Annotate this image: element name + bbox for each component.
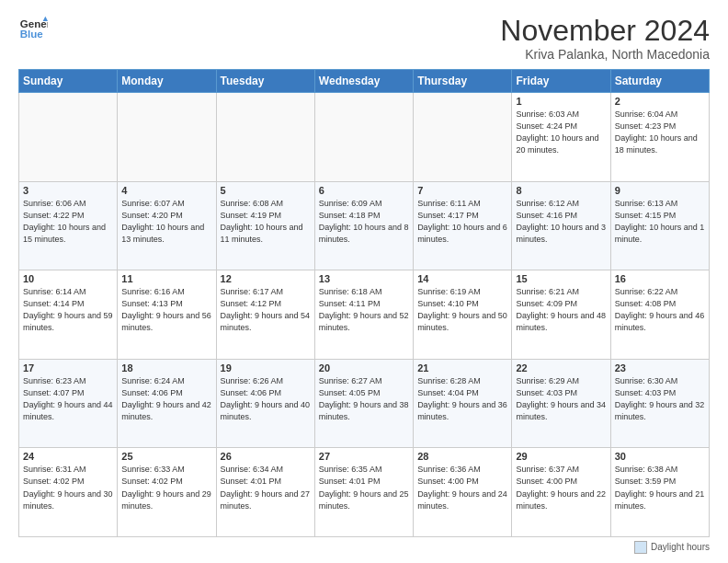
calendar-cell: 26Sunrise: 6:34 AM Sunset: 4:01 PM Dayli…	[216, 448, 314, 537]
calendar-header-row: SundayMondayTuesdayWednesdayThursdayFrid…	[19, 70, 710, 93]
day-number: 17	[23, 362, 113, 373]
day-number: 9	[615, 185, 705, 196]
calendar-cell: 30Sunrise: 6:38 AM Sunset: 3:59 PM Dayli…	[610, 448, 709, 537]
calendar-week-row: 1Sunrise: 6:03 AM Sunset: 4:24 PM Daylig…	[19, 93, 710, 182]
location-subtitle: Kriva Palanka, North Macedonia	[500, 47, 710, 62]
day-info: Sunrise: 6:18 AM Sunset: 4:11 PM Dayligh…	[319, 286, 409, 334]
day-number: 26	[221, 451, 311, 462]
day-number: 19	[221, 362, 311, 373]
calendar-cell: 9Sunrise: 6:13 AM Sunset: 4:15 PM Daylig…	[610, 181, 709, 270]
day-number: 3	[23, 185, 113, 196]
header: General Blue November 2024 Kriva Palanka…	[18, 15, 710, 62]
calendar-cell: 19Sunrise: 6:26 AM Sunset: 4:06 PM Dayli…	[216, 359, 314, 448]
day-number: 11	[121, 273, 211, 284]
page: General Blue November 2024 Kriva Palanka…	[0, 0, 728, 563]
day-number: 30	[615, 451, 705, 462]
day-number: 27	[319, 451, 409, 462]
day-info: Sunrise: 6:36 AM Sunset: 4:00 PM Dayligh…	[417, 464, 507, 511]
calendar-cell: 6Sunrise: 6:09 AM Sunset: 4:18 PM Daylig…	[314, 181, 413, 270]
calendar-cell: 1Sunrise: 6:03 AM Sunset: 4:24 PM Daylig…	[512, 93, 610, 182]
calendar-cell: 25Sunrise: 6:33 AM Sunset: 4:02 PM Dayli…	[118, 448, 216, 537]
day-info: Sunrise: 6:27 AM Sunset: 4:05 PM Dayligh…	[319, 375, 409, 423]
day-info: Sunrise: 6:07 AM Sunset: 4:20 PM Dayligh…	[121, 198, 211, 246]
logo: General Blue	[18, 15, 48, 44]
daylight-label: Daylight hours	[634, 541, 710, 554]
calendar-cell	[118, 93, 216, 182]
day-number: 10	[23, 273, 113, 284]
calendar-week-row: 10Sunrise: 6:14 AM Sunset: 4:14 PM Dayli…	[19, 270, 710, 360]
calendar-cell: 3Sunrise: 6:06 AM Sunset: 4:22 PM Daylig…	[19, 181, 118, 270]
month-title: November 2024	[500, 15, 710, 47]
calendar-cell: 7Sunrise: 6:11 AM Sunset: 4:17 PM Daylig…	[414, 181, 512, 270]
calendar-cell: 17Sunrise: 6:23 AM Sunset: 4:07 PM Dayli…	[19, 359, 118, 448]
calendar-cell	[19, 93, 118, 182]
day-info: Sunrise: 6:19 AM Sunset: 4:10 PM Dayligh…	[417, 286, 507, 334]
day-info: Sunrise: 6:06 AM Sunset: 4:22 PM Dayligh…	[23, 198, 113, 246]
calendar-header-thursday: Thursday	[414, 70, 512, 93]
calendar-cell: 29Sunrise: 6:37 AM Sunset: 4:00 PM Dayli…	[512, 448, 610, 537]
day-info: Sunrise: 6:38 AM Sunset: 3:59 PM Dayligh…	[615, 464, 705, 511]
calendar-cell: 15Sunrise: 6:21 AM Sunset: 4:09 PM Dayli…	[512, 270, 610, 360]
day-info: Sunrise: 6:37 AM Sunset: 4:00 PM Dayligh…	[516, 464, 606, 511]
day-info: Sunrise: 6:30 AM Sunset: 4:03 PM Dayligh…	[615, 375, 705, 423]
calendar-week-row: 17Sunrise: 6:23 AM Sunset: 4:07 PM Dayli…	[19, 359, 710, 448]
calendar-cell: 27Sunrise: 6:35 AM Sunset: 4:01 PM Dayli…	[314, 448, 413, 537]
day-info: Sunrise: 6:31 AM Sunset: 4:02 PM Dayligh…	[23, 464, 113, 511]
day-info: Sunrise: 6:11 AM Sunset: 4:17 PM Dayligh…	[417, 198, 507, 246]
day-info: Sunrise: 6:04 AM Sunset: 4:23 PM Dayligh…	[615, 109, 705, 156]
day-info: Sunrise: 6:03 AM Sunset: 4:24 PM Dayligh…	[516, 109, 606, 156]
calendar-cell	[216, 93, 314, 182]
day-number: 22	[516, 362, 606, 373]
calendar-cell: 4Sunrise: 6:07 AM Sunset: 4:20 PM Daylig…	[118, 181, 216, 270]
day-number: 21	[417, 362, 507, 373]
day-number: 1	[516, 96, 606, 107]
day-info: Sunrise: 6:09 AM Sunset: 4:18 PM Dayligh…	[319, 198, 409, 246]
day-number: 14	[417, 273, 507, 284]
calendar-cell: 22Sunrise: 6:29 AM Sunset: 4:03 PM Dayli…	[512, 359, 610, 448]
calendar-cell: 13Sunrise: 6:18 AM Sunset: 4:11 PM Dayli…	[314, 270, 413, 360]
day-info: Sunrise: 6:08 AM Sunset: 4:19 PM Dayligh…	[221, 198, 311, 246]
day-number: 25	[121, 451, 211, 462]
calendar-week-row: 24Sunrise: 6:31 AM Sunset: 4:02 PM Dayli…	[19, 448, 710, 537]
day-info: Sunrise: 6:16 AM Sunset: 4:13 PM Dayligh…	[121, 286, 211, 334]
day-number: 24	[23, 451, 113, 462]
day-number: 23	[615, 362, 705, 373]
day-info: Sunrise: 6:17 AM Sunset: 4:12 PM Dayligh…	[221, 286, 311, 334]
day-number: 7	[417, 185, 507, 196]
day-number: 5	[221, 185, 311, 196]
day-info: Sunrise: 6:28 AM Sunset: 4:04 PM Dayligh…	[417, 375, 507, 423]
day-info: Sunrise: 6:34 AM Sunset: 4:01 PM Dayligh…	[221, 464, 311, 511]
day-number: 16	[615, 273, 705, 284]
daylight-note: Daylight hours	[18, 541, 710, 554]
calendar-cell: 14Sunrise: 6:19 AM Sunset: 4:10 PM Dayli…	[414, 270, 512, 360]
calendar-header-friday: Friday	[512, 70, 610, 93]
calendar-header-tuesday: Tuesday	[216, 70, 314, 93]
calendar-table: SundayMondayTuesdayWednesdayThursdayFrid…	[18, 69, 710, 537]
day-info: Sunrise: 6:26 AM Sunset: 4:06 PM Dayligh…	[221, 375, 311, 423]
calendar-cell: 23Sunrise: 6:30 AM Sunset: 4:03 PM Dayli…	[610, 359, 709, 448]
calendar-cell	[314, 93, 413, 182]
calendar-cell: 10Sunrise: 6:14 AM Sunset: 4:14 PM Dayli…	[19, 270, 118, 360]
calendar-cell: 28Sunrise: 6:36 AM Sunset: 4:00 PM Dayli…	[414, 448, 512, 537]
calendar-cell: 12Sunrise: 6:17 AM Sunset: 4:12 PM Dayli…	[216, 270, 314, 360]
calendar-cell: 11Sunrise: 6:16 AM Sunset: 4:13 PM Dayli…	[118, 270, 216, 360]
day-number: 12	[221, 273, 311, 284]
svg-text:Blue: Blue	[20, 29, 44, 40]
day-info: Sunrise: 6:14 AM Sunset: 4:14 PM Dayligh…	[23, 286, 113, 334]
calendar-cell: 24Sunrise: 6:31 AM Sunset: 4:02 PM Dayli…	[19, 448, 118, 537]
calendar-cell	[414, 93, 512, 182]
title-block: November 2024 Kriva Palanka, North Maced…	[500, 15, 710, 62]
day-number: 4	[121, 185, 211, 196]
calendar-cell: 18Sunrise: 6:24 AM Sunset: 4:06 PM Dayli…	[118, 359, 216, 448]
day-number: 2	[615, 96, 705, 107]
day-info: Sunrise: 6:29 AM Sunset: 4:03 PM Dayligh…	[516, 375, 606, 423]
logo-icon: General Blue	[18, 15, 48, 44]
calendar-cell: 16Sunrise: 6:22 AM Sunset: 4:08 PM Dayli…	[610, 270, 709, 360]
day-info: Sunrise: 6:24 AM Sunset: 4:06 PM Dayligh…	[121, 375, 211, 423]
day-info: Sunrise: 6:22 AM Sunset: 4:08 PM Dayligh…	[615, 286, 705, 334]
day-info: Sunrise: 6:35 AM Sunset: 4:01 PM Dayligh…	[319, 464, 409, 511]
day-number: 28	[417, 451, 507, 462]
calendar-cell: 8Sunrise: 6:12 AM Sunset: 4:16 PM Daylig…	[512, 181, 610, 270]
day-number: 6	[319, 185, 409, 196]
calendar-cell: 5Sunrise: 6:08 AM Sunset: 4:19 PM Daylig…	[216, 181, 314, 270]
